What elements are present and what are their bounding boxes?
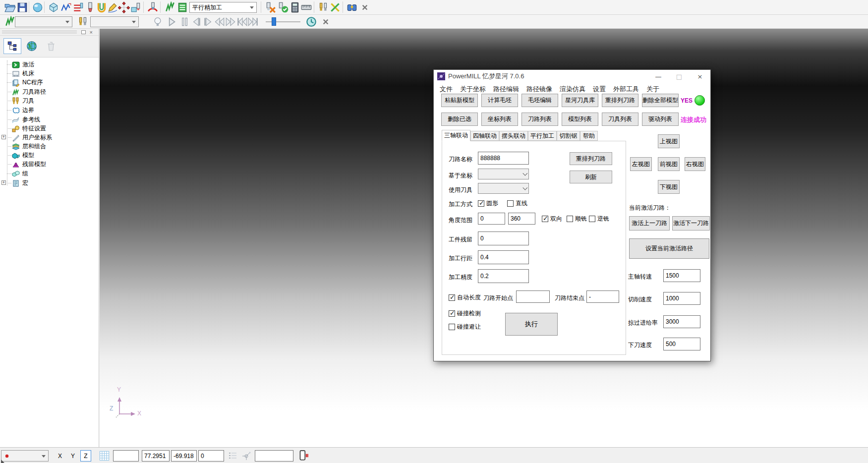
tool-check-icon[interactable] — [277, 1, 289, 13]
paste-new-model-button[interactable]: 粘贴新模型 — [441, 94, 478, 107]
collision-check-checkbox[interactable]: 碰撞检测 — [449, 309, 481, 318]
machining-type-dropdown[interactable]: 平行精加工 — [189, 2, 257, 13]
coord-z-input[interactable] — [198, 450, 224, 462]
bottom-view-button[interactable]: 下视图 — [658, 180, 680, 194]
tool-pair-icon[interactable] — [317, 1, 329, 13]
coord-x-input[interactable] — [142, 450, 170, 462]
tab-parallel[interactable]: 平行加工 — [528, 131, 557, 141]
tree-item-model[interactable]: 模型 — [12, 151, 34, 160]
tree-item-stock-model[interactable]: 残留模型 — [12, 160, 46, 169]
refresh-button[interactable]: 刷新 — [570, 171, 612, 183]
cross-arrows-icon[interactable] — [329, 1, 341, 13]
activate-next-toolpath-button[interactable]: 激活下一刀路 — [672, 216, 710, 231]
status-extra-input[interactable] — [255, 450, 293, 462]
climb-mill-checkbox[interactable]: 顺铣 — [567, 215, 587, 223]
tree-item-boundary[interactable]: 边界 — [12, 106, 34, 115]
green-list-icon[interactable] — [176, 1, 188, 13]
tool-library-button[interactable]: 星河刀具库 — [562, 94, 598, 107]
front-view-button[interactable]: 前视图 — [658, 157, 680, 171]
maximize-button[interactable]: □ — [669, 70, 690, 83]
tab-3axis[interactable]: 三轴联动 — [442, 130, 470, 141]
xyz-list-icon[interactable] — [228, 450, 238, 461]
coord-list-button[interactable]: 坐标列表 — [481, 113, 518, 126]
axis-x-button[interactable]: X — [55, 450, 65, 462]
toolpath-list-button[interactable]: 刀路列表 — [521, 113, 558, 126]
plunge-speed-input[interactable] — [663, 338, 700, 350]
tab-saw[interactable]: 切割锯 — [557, 131, 580, 141]
stock-remain-input[interactable] — [478, 232, 529, 245]
tab-4axis[interactable]: 四轴联动 — [470, 131, 499, 141]
status-tool-dropdown[interactable] — [1, 450, 49, 462]
toolpath-name-input[interactable] — [478, 152, 529, 165]
grid-toggle-icon[interactable] — [98, 450, 111, 462]
left-view-button[interactable]: 左视图 — [630, 157, 652, 171]
end-point-input[interactable] — [586, 290, 619, 303]
tool-list-button[interactable]: 刀具列表 — [602, 113, 638, 126]
tree-item-pattern[interactable]: 参考线 — [12, 116, 40, 124]
delete-all-models-button[interactable]: 删除全部模型 — [642, 94, 679, 107]
block-icon[interactable] — [48, 1, 59, 13]
ruler-icon[interactable] — [300, 1, 312, 13]
dock-grip-bar[interactable]: × — [0, 29, 99, 36]
tree-item-nc-program[interactable]: NC程序 — [12, 78, 43, 87]
lightbulb-icon[interactable] — [152, 16, 164, 28]
rearrange-toolpath-button[interactable]: 重排列刀路 — [602, 94, 638, 107]
tree-item-toolpath[interactable]: 刀具路径 — [12, 88, 46, 96]
rearrange-button[interactable]: 重排列刀路 — [570, 152, 612, 165]
play-icon[interactable] — [166, 16, 177, 28]
tool-ball-icon[interactable] — [84, 1, 96, 13]
collision-avoid-checkbox[interactable]: 碰撞避让 — [449, 323, 481, 331]
binoculars-icon[interactable] — [346, 1, 358, 13]
tree-item-feature-set[interactable]: 特征设置 — [12, 124, 46, 133]
axis-y-button[interactable]: Y — [67, 450, 78, 462]
axis-compass-icon[interactable] — [241, 450, 252, 461]
skim-feed-input[interactable] — [663, 315, 700, 328]
rewind-icon[interactable] — [214, 16, 226, 28]
skip-start-icon[interactable] — [236, 16, 248, 28]
open-icon[interactable] — [4, 1, 16, 13]
delete-selected-button[interactable]: 删除已选 — [441, 113, 478, 126]
toolbar-close-icon[interactable] — [320, 16, 332, 28]
execute-button[interactable]: 执行 — [505, 313, 558, 336]
tool-pair-icon[interactable] — [77, 16, 89, 28]
expand-icon[interactable] — [1, 180, 6, 185]
conventional-mill-checkbox[interactable]: 逆铣 — [589, 215, 609, 223]
tree-item-tool[interactable]: 刀具 — [12, 97, 34, 105]
tree-item-macro[interactable]: 宏 — [12, 179, 28, 187]
toolbar-close-icon[interactable] — [359, 1, 371, 13]
diamonds-icon[interactable] — [118, 1, 130, 13]
tool-block-icon[interactable] — [130, 1, 142, 13]
u-channel-icon[interactable] — [96, 1, 108, 13]
close-button[interactable]: × — [690, 70, 710, 83]
calculator-icon[interactable] — [289, 1, 301, 13]
tree-item-activate[interactable]: 激活 — [12, 60, 34, 69]
menu-about[interactable]: 关于 — [646, 85, 659, 94]
spindle-speed-input[interactable] — [663, 269, 700, 282]
tab-help[interactable]: 帮助 — [580, 131, 598, 141]
tool-delete-icon[interactable] — [265, 1, 277, 13]
sim-speed-slider[interactable] — [266, 20, 300, 23]
tree-item-workplane[interactable]: 用户坐标系 — [12, 133, 52, 142]
linear-checkbox[interactable]: 直线 — [507, 199, 527, 208]
tab-swivel[interactable]: 摆头联动 — [499, 131, 528, 141]
tolerance-input[interactable] — [478, 269, 529, 283]
start-point-input[interactable] — [516, 290, 550, 303]
coord-y-input[interactable] — [171, 450, 197, 462]
axis-z-button[interactable]: Z — [80, 450, 91, 462]
globe-button[interactable] — [23, 38, 41, 54]
angle-to-input[interactable] — [508, 213, 535, 225]
drive-list-button[interactable]: 驱动列表 — [642, 113, 679, 126]
stepover-input[interactable] — [478, 250, 529, 264]
sim-tool-dropdown[interactable] — [90, 16, 139, 27]
fast-forward-icon[interactable] — [225, 16, 236, 28]
float-pane-icon[interactable] — [81, 30, 86, 34]
pencil-curve-icon[interactable] — [107, 1, 118, 13]
menu-settings[interactable]: 设置 — [593, 85, 606, 94]
use-tool-dropdown[interactable] — [478, 183, 529, 194]
menu-path-mirror[interactable]: 路径镜像 — [526, 85, 552, 94]
tree-item-machine[interactable]: 机床 — [12, 69, 34, 78]
menu-path-edit[interactable]: 路径编辑 — [493, 85, 519, 94]
close-pane-icon[interactable]: × — [90, 29, 93, 36]
circular-checkbox[interactable]: 圆形 — [478, 199, 498, 208]
tree-item-levels[interactable]: 层和组合 — [12, 142, 46, 151]
